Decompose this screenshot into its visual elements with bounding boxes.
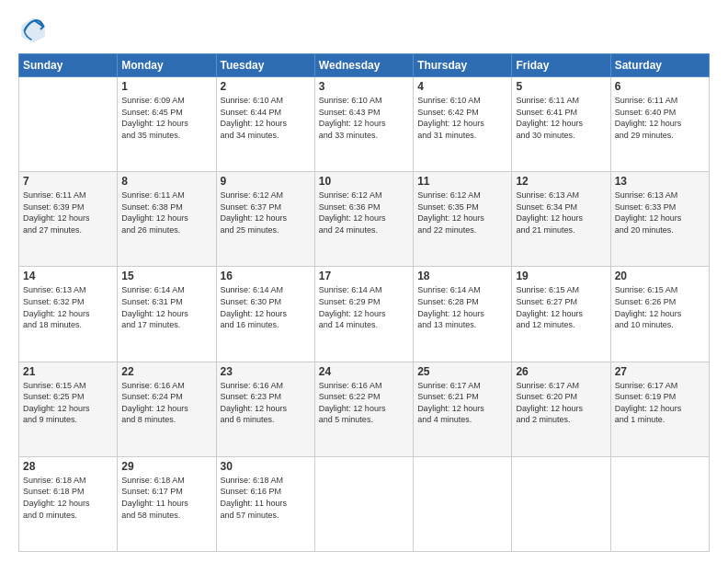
- logo: [18, 15, 51, 44]
- cell-details: Sunrise: 6:14 AMSunset: 6:28 PMDaylight:…: [417, 284, 507, 330]
- calendar-cell: 9Sunrise: 6:12 AMSunset: 6:37 PMDaylight…: [216, 172, 314, 267]
- weekday-header-friday: Friday: [512, 54, 610, 77]
- day-number: 7: [23, 175, 113, 188]
- calendar-cell: 20Sunrise: 6:15 AMSunset: 6:26 PMDayligh…: [610, 267, 709, 362]
- weekday-header-thursday: Thursday: [414, 54, 512, 77]
- day-number: 24: [319, 365, 409, 378]
- day-number: 22: [121, 365, 211, 378]
- calendar-cell: 21Sunrise: 6:15 AMSunset: 6:25 PMDayligh…: [19, 362, 118, 456]
- day-number: 17: [319, 270, 409, 282]
- cell-details: Sunrise: 6:17 AMSunset: 6:19 PMDaylight:…: [615, 380, 705, 426]
- day-number: 12: [516, 175, 606, 188]
- calendar-cell: 2Sunrise: 6:10 AMSunset: 6:44 PMDaylight…: [216, 77, 314, 172]
- calendar-cell: [512, 456, 610, 551]
- day-number: 28: [23, 460, 113, 473]
- header: [18, 15, 710, 44]
- cell-details: Sunrise: 6:18 AMSunset: 6:18 PMDaylight:…: [23, 475, 113, 521]
- calendar-cell: 27Sunrise: 6:17 AMSunset: 6:19 PMDayligh…: [610, 362, 709, 456]
- day-number: 10: [319, 175, 409, 188]
- calendar-cell: 4Sunrise: 6:10 AMSunset: 6:42 PMDaylight…: [414, 77, 512, 172]
- calendar-cell: 7Sunrise: 6:11 AMSunset: 6:39 PMDaylight…: [19, 172, 118, 267]
- calendar-cell: 15Sunrise: 6:14 AMSunset: 6:31 PMDayligh…: [118, 267, 216, 362]
- cell-details: Sunrise: 6:14 AMSunset: 6:29 PMDaylight:…: [319, 284, 409, 330]
- calendar-cell: 12Sunrise: 6:13 AMSunset: 6:34 PMDayligh…: [512, 172, 610, 267]
- logo-icon: [18, 15, 48, 44]
- calendar-cell: 29Sunrise: 6:18 AMSunset: 6:17 PMDayligh…: [118, 456, 216, 551]
- week-row-1: 1Sunrise: 6:09 AMSunset: 6:45 PMDaylight…: [19, 77, 710, 172]
- day-number: 2: [221, 80, 311, 93]
- cell-details: Sunrise: 6:15 AMSunset: 6:27 PMDaylight:…: [516, 284, 606, 330]
- weekday-header-row: SundayMondayTuesdayWednesdayThursdayFrid…: [19, 54, 710, 77]
- weekday-header-tuesday: Tuesday: [216, 54, 314, 77]
- calendar-cell: 3Sunrise: 6:10 AMSunset: 6:43 PMDaylight…: [314, 77, 413, 172]
- cell-details: Sunrise: 6:15 AMSunset: 6:26 PMDaylight:…: [615, 284, 705, 330]
- day-number: 20: [615, 270, 705, 282]
- day-number: 3: [319, 80, 409, 93]
- calendar-cell: 25Sunrise: 6:17 AMSunset: 6:21 PMDayligh…: [414, 362, 512, 456]
- day-number: 21: [23, 365, 113, 378]
- cell-details: Sunrise: 6:12 AMSunset: 6:35 PMDaylight:…: [417, 190, 507, 236]
- cell-details: Sunrise: 6:18 AMSunset: 6:16 PMDaylight:…: [221, 475, 311, 521]
- calendar-cell: [314, 456, 413, 551]
- page: SundayMondayTuesdayWednesdayThursdayFrid…: [0, 0, 728, 563]
- weekday-header-monday: Monday: [118, 54, 216, 77]
- day-number: 11: [417, 175, 507, 188]
- calendar-cell: 23Sunrise: 6:16 AMSunset: 6:23 PMDayligh…: [216, 362, 314, 456]
- week-row-3: 14Sunrise: 6:13 AMSunset: 6:32 PMDayligh…: [19, 267, 710, 362]
- cell-details: Sunrise: 6:13 AMSunset: 6:34 PMDaylight:…: [516, 190, 606, 236]
- calendar-cell: 16Sunrise: 6:14 AMSunset: 6:30 PMDayligh…: [216, 267, 314, 362]
- weekday-header-sunday: Sunday: [19, 54, 118, 77]
- calendar-cell: 11Sunrise: 6:12 AMSunset: 6:35 PMDayligh…: [414, 172, 512, 267]
- day-number: 30: [221, 460, 311, 473]
- day-number: 18: [417, 270, 507, 282]
- calendar-cell: 10Sunrise: 6:12 AMSunset: 6:36 PMDayligh…: [314, 172, 413, 267]
- cell-details: Sunrise: 6:11 AMSunset: 6:41 PMDaylight:…: [516, 95, 606, 141]
- calendar-cell: 26Sunrise: 6:17 AMSunset: 6:20 PMDayligh…: [512, 362, 610, 456]
- day-number: 8: [121, 175, 211, 188]
- calendar-cell: 19Sunrise: 6:15 AMSunset: 6:27 PMDayligh…: [512, 267, 610, 362]
- weekday-header-wednesday: Wednesday: [314, 54, 413, 77]
- week-row-2: 7Sunrise: 6:11 AMSunset: 6:39 PMDaylight…: [19, 172, 710, 267]
- cell-details: Sunrise: 6:10 AMSunset: 6:44 PMDaylight:…: [221, 95, 311, 141]
- calendar-cell: 14Sunrise: 6:13 AMSunset: 6:32 PMDayligh…: [19, 267, 118, 362]
- day-number: 4: [417, 80, 507, 93]
- cell-details: Sunrise: 6:12 AMSunset: 6:36 PMDaylight:…: [319, 190, 409, 236]
- calendar-cell: 6Sunrise: 6:11 AMSunset: 6:40 PMDaylight…: [610, 77, 709, 172]
- day-number: 29: [121, 460, 211, 473]
- day-number: 16: [221, 270, 311, 282]
- calendar-cell: 30Sunrise: 6:18 AMSunset: 6:16 PMDayligh…: [216, 456, 314, 551]
- week-row-5: 28Sunrise: 6:18 AMSunset: 6:18 PMDayligh…: [19, 456, 710, 551]
- cell-details: Sunrise: 6:13 AMSunset: 6:32 PMDaylight:…: [23, 284, 113, 330]
- cell-details: Sunrise: 6:17 AMSunset: 6:20 PMDaylight:…: [516, 380, 606, 426]
- cell-details: Sunrise: 6:14 AMSunset: 6:30 PMDaylight:…: [221, 284, 311, 330]
- calendar-cell: 5Sunrise: 6:11 AMSunset: 6:41 PMDaylight…: [512, 77, 610, 172]
- calendar-cell: 1Sunrise: 6:09 AMSunset: 6:45 PMDaylight…: [118, 77, 216, 172]
- day-number: 26: [516, 365, 606, 378]
- calendar-cell: [414, 456, 512, 551]
- day-number: 15: [121, 270, 211, 282]
- day-number: 1: [121, 80, 211, 93]
- cell-details: Sunrise: 6:13 AMSunset: 6:33 PMDaylight:…: [615, 190, 705, 236]
- cell-details: Sunrise: 6:11 AMSunset: 6:39 PMDaylight:…: [23, 190, 113, 236]
- calendar-cell: 22Sunrise: 6:16 AMSunset: 6:24 PMDayligh…: [118, 362, 216, 456]
- cell-details: Sunrise: 6:10 AMSunset: 6:43 PMDaylight:…: [319, 95, 409, 141]
- cell-details: Sunrise: 6:15 AMSunset: 6:25 PMDaylight:…: [23, 380, 113, 426]
- cell-details: Sunrise: 6:11 AMSunset: 6:38 PMDaylight:…: [121, 190, 211, 236]
- calendar-cell: 13Sunrise: 6:13 AMSunset: 6:33 PMDayligh…: [610, 172, 709, 267]
- cell-details: Sunrise: 6:14 AMSunset: 6:31 PMDaylight:…: [121, 284, 211, 330]
- cell-details: Sunrise: 6:12 AMSunset: 6:37 PMDaylight:…: [221, 190, 311, 236]
- day-number: 14: [23, 270, 113, 282]
- calendar-cell: [19, 77, 118, 172]
- day-number: 13: [615, 175, 705, 188]
- week-row-4: 21Sunrise: 6:15 AMSunset: 6:25 PMDayligh…: [19, 362, 710, 456]
- day-number: 5: [516, 80, 606, 93]
- cell-details: Sunrise: 6:09 AMSunset: 6:45 PMDaylight:…: [121, 95, 211, 141]
- day-number: 19: [516, 270, 606, 282]
- day-number: 6: [615, 80, 705, 93]
- calendar-cell: 24Sunrise: 6:16 AMSunset: 6:22 PMDayligh…: [314, 362, 413, 456]
- calendar-cell: 17Sunrise: 6:14 AMSunset: 6:29 PMDayligh…: [314, 267, 413, 362]
- cell-details: Sunrise: 6:18 AMSunset: 6:17 PMDaylight:…: [121, 475, 211, 521]
- day-number: 25: [417, 365, 507, 378]
- day-number: 9: [221, 175, 311, 188]
- cell-details: Sunrise: 6:10 AMSunset: 6:42 PMDaylight:…: [417, 95, 507, 141]
